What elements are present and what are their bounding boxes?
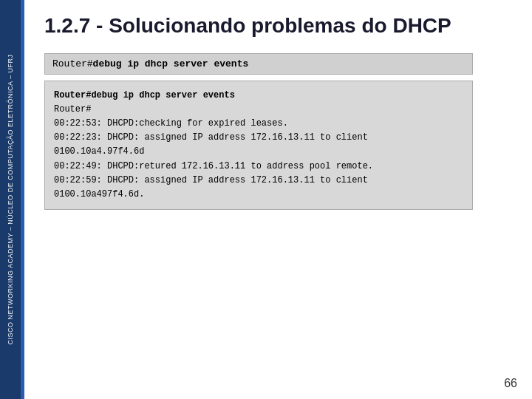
accent-bar xyxy=(21,0,24,399)
terminal-output: Router#debug ip dhcp server events Route… xyxy=(44,81,473,211)
terminal-line-2: 00:22:53: DHCPD:checking for expired lea… xyxy=(54,117,463,131)
input-prompt: Router# xyxy=(52,58,93,69)
terminal-line-0: Router#debug ip dhcp server events xyxy=(54,89,463,103)
terminal-line-5: 00:22:49: DHCPD:retured 172.16.13.11 to … xyxy=(54,160,463,174)
command-input-box: Router#debug ip dhcp server events xyxy=(44,53,473,75)
sidebar: CISCO NETWORKING ACADEMY – NÚCLEO DE COM… xyxy=(0,0,21,399)
page-title: 1.2.7 - Solucionando problemas do DHCP xyxy=(44,13,517,38)
t0-prompt: Router# xyxy=(54,90,91,100)
terminal-line-6: 00:22:59: DHCPD: assigned IP address 172… xyxy=(54,174,463,188)
terminal-line-4: 0100.10a4.97f4.6d xyxy=(54,145,463,159)
page-number: 66 xyxy=(504,377,517,390)
sidebar-label: CISCO NETWORKING ACADEMY – NÚCLEO DE COM… xyxy=(7,54,14,344)
terminal-line-7: 0100.10a497f4.6d. xyxy=(54,188,463,202)
terminal-line-3: 00:22:23: DHCPD: assigned IP address 172… xyxy=(54,131,463,145)
input-command: debug ip dhcp server events xyxy=(93,58,249,69)
main-content: 1.2.7 - Solucionando problemas do DHCP R… xyxy=(30,0,532,399)
terminal-line-1: Router# xyxy=(54,103,463,117)
t0-cmd: debug ip dhcp server events xyxy=(91,90,234,100)
